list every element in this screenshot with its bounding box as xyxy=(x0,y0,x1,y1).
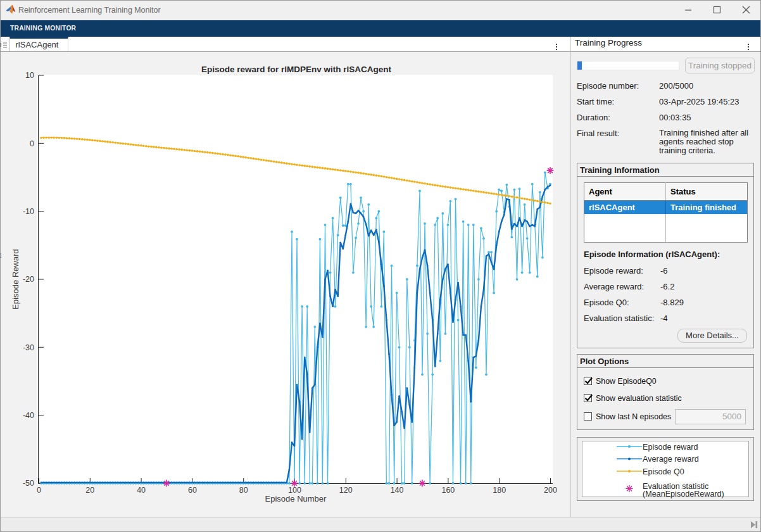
svg-text:Episode Q0: Episode Q0 xyxy=(643,467,684,476)
svg-text:80: 80 xyxy=(239,486,248,495)
svg-text:0: 0 xyxy=(37,486,41,495)
svg-text:0: 0 xyxy=(30,139,34,148)
svg-text:-50: -50 xyxy=(23,479,34,488)
svg-text:140: 140 xyxy=(391,486,404,495)
svg-text:10: 10 xyxy=(25,71,34,80)
svg-text:20: 20 xyxy=(85,486,94,495)
svg-text:-30: -30 xyxy=(23,343,34,352)
svg-text:Episode Number: Episode Number xyxy=(265,494,327,504)
svg-text:Average reward: Average reward xyxy=(643,455,699,464)
svg-text:100: 100 xyxy=(288,486,301,495)
svg-text:120: 120 xyxy=(339,486,353,495)
svg-text:60: 60 xyxy=(188,486,197,495)
svg-text:200: 200 xyxy=(544,486,557,495)
svg-text:160: 160 xyxy=(441,486,455,495)
svg-text:40: 40 xyxy=(137,486,146,495)
svg-text:Episode reward: Episode reward xyxy=(643,443,698,452)
svg-text:-20: -20 xyxy=(23,275,34,284)
svg-text:Episode reward for rlMDPEnv wi: Episode reward for rlMDPEnv with rlSACAg… xyxy=(201,65,392,74)
svg-text:-10: -10 xyxy=(23,207,34,216)
svg-text:180: 180 xyxy=(493,486,506,495)
svg-text:Episode Reward: Episode Reward xyxy=(11,249,20,309)
svg-text:-40: -40 xyxy=(23,411,34,420)
svg-text:(MeanEpisodeReward): (MeanEpisodeReward) xyxy=(643,490,724,498)
